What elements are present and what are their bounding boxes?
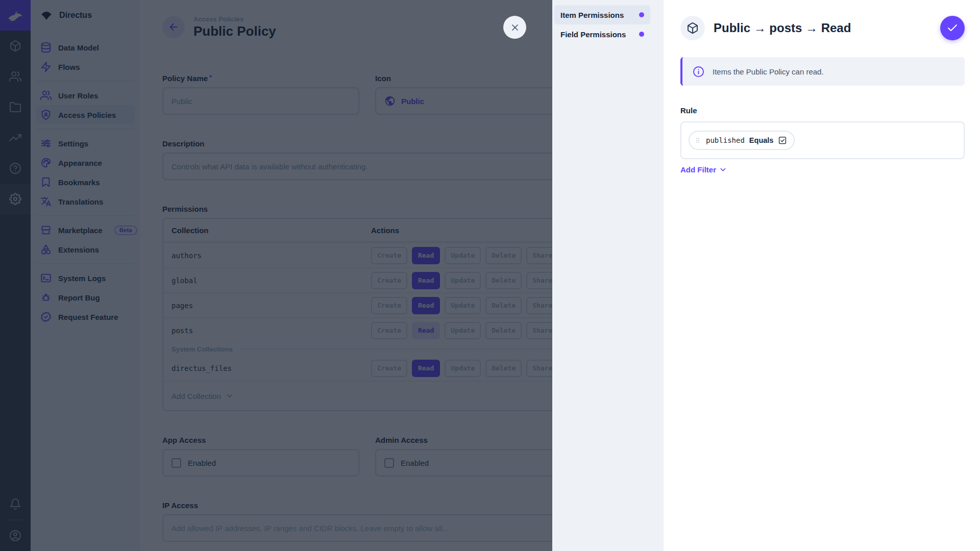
modal-overlay[interactable] [0,0,552,551]
rule-value-checkbox[interactable] [778,136,787,145]
drawer-main: Public → posts → Read Items the Public P… [664,0,980,551]
add-filter-label: Add Filter [680,165,716,174]
rule-label: Rule [680,106,965,115]
app: Directus Data ModelFlowsUser RolesAccess… [0,0,980,551]
rule-box: published Equals [680,121,965,159]
filter-rule[interactable]: published Equals [689,131,795,150]
drawer-title: Public → posts → Read [714,21,851,35]
drawer-tab-item-permissions[interactable]: Item Permissions [554,5,650,24]
close-icon [510,22,520,33]
drawer-tab-field-permissions[interactable]: Field Permissions [554,24,650,44]
check-icon [946,22,959,34]
rule-operator[interactable]: Equals [749,136,774,144]
drawer-header: Public → posts → Read [680,16,965,40]
rule-field[interactable]: published [706,136,745,144]
drawer-close-button[interactable] [503,16,526,39]
permission-dot [639,12,644,17]
info-banner: Items the Public Policy can read. [680,57,965,86]
drawer-sidebar: Item PermissionsField Permissions [552,0,664,551]
add-filter-button[interactable]: Add Filter [680,165,727,174]
info-banner-text: Items the Public Policy can read. [713,67,824,76]
drag-handle-icon[interactable] [694,137,701,144]
drawer-tab-label: Field Permissions [560,30,639,39]
info-icon [693,66,704,78]
save-button[interactable] [940,16,965,40]
chevron-down-icon [719,165,727,174]
drawer-tab-label: Item Permissions [560,11,639,19]
box-icon [687,22,699,34]
drawer-avatar [680,16,705,40]
permission-dot [639,32,644,37]
